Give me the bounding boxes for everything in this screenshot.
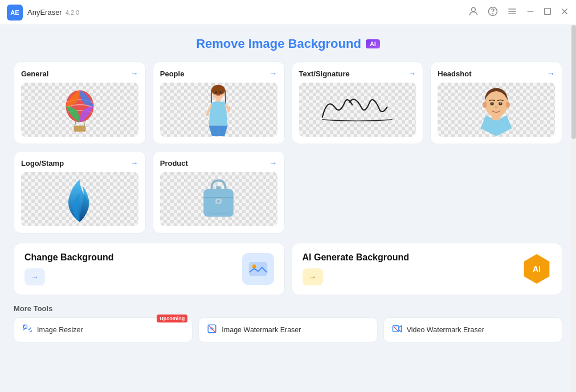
card-general-image xyxy=(21,83,138,137)
change-bg-icon xyxy=(242,253,274,285)
svg-rect-34 xyxy=(249,263,267,275)
person-illustration xyxy=(200,84,237,136)
more-tools-section: More Tools Upcoming Image Resizer xyxy=(14,304,562,342)
card-product-arrow: → xyxy=(269,158,277,168)
card-empty-4 xyxy=(430,151,562,234)
svg-rect-14 xyxy=(73,126,85,132)
ai-generate-arrow-button[interactable]: → xyxy=(303,268,323,285)
help-icon[interactable] xyxy=(487,6,499,19)
svg-point-16 xyxy=(211,84,225,95)
feature-card-ai-generate[interactable]: AI Generate Background → AI xyxy=(292,243,563,295)
feature-card-ai-generate-content: AI Generate Background → xyxy=(303,252,410,285)
svg-point-22 xyxy=(483,101,487,108)
card-general-title: General xyxy=(21,70,48,78)
svg-point-23 xyxy=(506,101,510,108)
svg-point-35 xyxy=(252,264,256,268)
page-title: Remove Image Background AI xyxy=(14,36,562,51)
card-empty-3 xyxy=(292,151,424,234)
card-headshot-arrow: → xyxy=(547,69,555,78)
signature-illustration xyxy=(317,91,397,128)
video-watermark-icon xyxy=(392,324,402,336)
app-name: AnyEraser xyxy=(27,8,62,17)
close-icon[interactable] xyxy=(560,7,569,18)
feature-card-ai-generate-title: AI Generate Background xyxy=(303,252,410,263)
more-tools-title: More Tools xyxy=(14,304,562,313)
card-logo-stamp[interactable]: Logo/Stamp → xyxy=(14,151,146,234)
feature-cards: Change Background → AI Generate Backgrou… xyxy=(14,243,562,295)
svg-line-38 xyxy=(209,326,215,332)
tools-row: Upcoming Image Resizer xyxy=(14,317,562,342)
feature-card-change-bg-content: Change Background → xyxy=(24,252,113,285)
app-version: 4.2.0 xyxy=(66,9,79,16)
svg-rect-7 xyxy=(545,8,551,14)
card-headshot-image xyxy=(438,83,555,137)
logo-illustration xyxy=(58,173,101,226)
tool-image-watermark-eraser[interactable]: Image Watermark Eraser xyxy=(198,317,377,342)
title-bar: AE AnyEraser 4.2.0 xyxy=(0,0,576,25)
minimize-icon[interactable] xyxy=(526,7,535,18)
svg-point-26 xyxy=(492,103,493,104)
svg-rect-29 xyxy=(217,186,220,189)
feature-card-change-bg[interactable]: Change Background → xyxy=(14,243,285,295)
app-logo: AE xyxy=(7,5,23,21)
svg-point-33 xyxy=(217,199,220,202)
tool-video-watermark-eraser[interactable]: Video Watermark Eraser xyxy=(383,317,562,342)
headshot-illustration xyxy=(476,84,516,136)
svg-point-2 xyxy=(493,13,493,14)
balloon-illustration xyxy=(60,85,100,134)
svg-point-18 xyxy=(215,91,218,93)
card-headshot-title: Headshot xyxy=(438,70,471,78)
svg-line-40 xyxy=(394,326,398,331)
ai-badge: AI xyxy=(366,39,380,48)
bag-illustration xyxy=(197,173,240,226)
svg-line-13 xyxy=(84,121,85,126)
card-text-signature-title: Text/Signature xyxy=(299,70,350,78)
feature-card-change-bg-title: Change Background xyxy=(24,252,113,263)
ai-hex-icon: AI xyxy=(522,254,552,284)
card-text-signature[interactable]: Text/Signature → xyxy=(292,62,424,144)
ai-icon-container: AI xyxy=(522,254,552,284)
card-product-title: Product xyxy=(160,159,188,168)
upcoming-badge: Upcoming xyxy=(157,315,187,322)
change-bg-arrow-button[interactable]: → xyxy=(24,268,45,285)
cards-row-2: Logo/Stamp → xyxy=(14,151,562,234)
card-logo-stamp-image xyxy=(21,172,138,226)
resize-icon xyxy=(22,324,32,336)
svg-point-0 xyxy=(472,7,476,11)
scroll-thumb[interactable] xyxy=(571,25,576,139)
tool-video-watermark-eraser-label: Video Watermark Eraser xyxy=(407,326,484,334)
card-product-image xyxy=(160,172,277,226)
svg-point-27 xyxy=(500,103,501,104)
card-people[interactable]: People → xyxy=(153,62,285,144)
cards-row-1: General → xyxy=(14,62,562,144)
svg-point-19 xyxy=(219,91,222,93)
menu-icon[interactable] xyxy=(506,6,518,19)
card-general-arrow: → xyxy=(130,69,138,78)
tool-image-watermark-eraser-label: Image Watermark Eraser xyxy=(222,326,301,334)
card-text-signature-arrow: → xyxy=(408,69,416,78)
main-content: Remove Image Background AI General → xyxy=(0,25,576,392)
window-controls xyxy=(468,6,569,19)
scroll-track xyxy=(571,25,576,392)
card-text-signature-image xyxy=(299,83,416,137)
image-icon xyxy=(248,260,268,277)
watermark-icon xyxy=(207,324,217,336)
card-people-image xyxy=(160,83,277,137)
card-people-arrow: → xyxy=(269,69,277,78)
tool-image-resizer[interactable]: Upcoming Image Resizer xyxy=(14,317,193,342)
svg-line-12 xyxy=(75,121,76,126)
user-icon[interactable] xyxy=(468,6,479,19)
card-logo-stamp-arrow: → xyxy=(130,158,138,168)
card-product[interactable]: Product → xyxy=(153,151,285,234)
card-general[interactable]: General → xyxy=(14,62,146,144)
card-people-title: People xyxy=(160,70,185,78)
tool-image-resizer-label: Image Resizer xyxy=(37,326,83,334)
card-headshot[interactable]: Headshot → xyxy=(430,62,562,144)
card-logo-stamp-title: Logo/Stamp xyxy=(21,159,64,168)
maximize-icon[interactable] xyxy=(543,7,552,18)
